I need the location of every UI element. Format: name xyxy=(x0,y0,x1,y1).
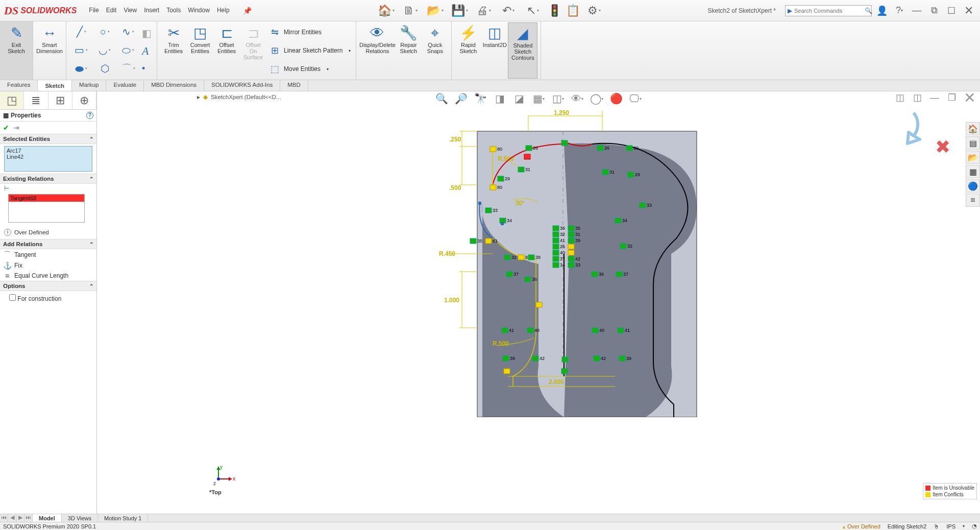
menu-edit[interactable]: Edit xyxy=(106,7,117,15)
config-tab[interactable]: ⊞ xyxy=(48,91,72,109)
feature-tree-tab[interactable]: ◳ xyxy=(0,91,24,109)
offset-entities-button[interactable]: ⊏ Offset Entities xyxy=(213,22,240,79)
menu-tools[interactable]: Tools xyxy=(166,7,181,15)
tab-mbd[interactable]: MBD xyxy=(280,80,308,91)
for-construction-input[interactable] xyxy=(9,294,16,301)
dim-1000[interactable]: 1.000 xyxy=(444,297,459,304)
dim-r450[interactable]: R.450 xyxy=(439,250,455,257)
tab-evaluate[interactable]: Evaluate xyxy=(106,80,144,91)
dim-r500[interactable]: R.500 xyxy=(498,155,514,162)
tab-markup[interactable]: Markup xyxy=(72,80,106,91)
close-button[interactable]: ✕ xyxy=(962,4,976,18)
tp-view-palette-icon[interactable]: ▦ xyxy=(966,165,980,178)
status-over-defined[interactable]: Over Defined xyxy=(842,523,880,529)
display-delete-relations-button[interactable]: 👁 Display/Delete Relations xyxy=(359,22,395,79)
line-tool[interactable]: ╱▾ xyxy=(69,22,93,41)
selected-entity-item[interactable]: Arc17 xyxy=(7,148,90,154)
menu-file[interactable]: File xyxy=(89,7,99,15)
menu-view[interactable]: View xyxy=(124,7,137,15)
text-tool[interactable]: A xyxy=(142,44,152,58)
pushpin-icon[interactable]: ⇥ xyxy=(13,124,19,132)
tp-file-explorer-icon[interactable]: 📂 xyxy=(966,151,980,164)
selected-entity-item[interactable]: Line42 xyxy=(7,154,90,160)
print-icon[interactable]: 🖨▾ xyxy=(474,2,494,20)
exit-sketch-button[interactable]: ✎ Exit Sketch xyxy=(3,22,30,79)
rapid-sketch-button[interactable]: ⚡ Rapid Sketch xyxy=(455,22,481,79)
menu-help[interactable]: Help xyxy=(217,7,230,15)
save-icon[interactable]: 💾▾ xyxy=(449,2,470,20)
restore-viewport-button[interactable]: ⧉ xyxy=(927,4,941,18)
status-dropdown-icon[interactable]: ▾ xyxy=(963,524,965,528)
status-sketch-icon[interactable]: ◔ xyxy=(972,523,977,529)
tab-sketch[interactable]: Sketch xyxy=(38,80,72,91)
polygon-tool[interactable]: ⬡ xyxy=(93,59,116,78)
user-icon[interactable]: 👤 xyxy=(875,4,889,18)
new-icon[interactable]: 🗎▾ xyxy=(400,2,421,20)
dim-1250[interactable]: 1.250 xyxy=(554,109,569,116)
repair-sketch-button[interactable]: 🔧 Repair Sketch xyxy=(395,22,422,79)
rebuild-traffic-icon[interactable]: 🚦 xyxy=(547,2,561,20)
circle-tool[interactable]: ○▾ xyxy=(93,22,116,41)
add-relation-equal-curve[interactable]: ≡Equal Curve Length xyxy=(3,271,96,281)
options-list-icon[interactable]: 📋 xyxy=(566,2,580,20)
dimxpert-tab[interactable]: ⊕ xyxy=(72,91,96,109)
trim-entities-button[interactable]: ✂ Trim Entities xyxy=(160,22,187,79)
search-commands[interactable]: ▶ 🔍 xyxy=(785,5,872,16)
point-tool[interactable]: • xyxy=(142,63,152,74)
tp-custom-props-icon[interactable]: ≡ xyxy=(966,194,980,207)
dim-30deg[interactable]: 30° xyxy=(516,200,525,207)
pin-icon[interactable]: 📌 xyxy=(243,7,252,15)
vp-restore-icon[interactable]: ❐ xyxy=(944,91,960,104)
help-circle-icon[interactable]: ? xyxy=(86,112,93,119)
undo-icon[interactable]: ↶▾ xyxy=(498,2,519,20)
existing-relations-header[interactable]: Existing Relations⌃ xyxy=(0,174,96,184)
move-entities-button[interactable]: ⬚Move Entities▾ xyxy=(268,60,351,78)
fillet-tool[interactable]: ⌒▾ xyxy=(116,59,140,78)
help-icon[interactable]: ?▾ xyxy=(892,4,906,18)
magnifier-icon[interactable]: 🔍 xyxy=(865,7,872,14)
open-icon[interactable]: 📂▾ xyxy=(425,2,445,20)
smart-dimension-button[interactable]: ↔ Smart Dimension xyxy=(36,22,63,79)
quick-snaps-button[interactable]: ⌖ Quick Snaps xyxy=(422,22,448,79)
arc-tool[interactable]: ◡▾ xyxy=(93,41,116,59)
add-relation-fix[interactable]: ⚓Fix xyxy=(3,260,96,271)
slot-tool[interactable]: ⬬▾ xyxy=(69,59,93,78)
select-icon[interactable]: ↖▾ xyxy=(523,2,543,20)
vp-prev-icon[interactable]: ◫ xyxy=(892,91,908,104)
shaded-sketch-contours-button[interactable]: ◢ Shaded Sketch Contours xyxy=(508,22,537,79)
maximize-button[interactable]: ☐ xyxy=(944,4,959,18)
menu-insert[interactable]: Insert xyxy=(144,7,159,15)
graphics-area[interactable]: ▸ ◆ SketchXpert (Default<<D... 🔍 🔎 🔭 ◨ ◪… xyxy=(97,91,980,516)
menu-window[interactable]: Window xyxy=(188,7,210,15)
dim-r500b[interactable]: R.500 xyxy=(493,340,509,347)
home-icon[interactable]: 🏠▾ xyxy=(376,2,396,20)
minimize-button[interactable]: — xyxy=(910,4,924,18)
vp-close-icon[interactable]: ✕ xyxy=(962,91,977,104)
plane-tool[interactable]: ◧ xyxy=(142,27,152,39)
tab-addins[interactable]: SOLIDWORKS Add-Ins xyxy=(204,80,280,91)
breadcrumb[interactable]: ▸ ◆ SketchXpert (Default<<D... xyxy=(197,91,281,103)
linear-pattern-button[interactable]: ⊞Linear Sketch Pattern▾ xyxy=(268,42,351,59)
existing-relations-list[interactable]: Tangent68 xyxy=(8,194,85,223)
rectangle-tool[interactable]: ▭▾ xyxy=(69,41,93,59)
vp-minimize-icon[interactable]: — xyxy=(927,91,942,104)
confirm-corner-ok-icon[interactable] xyxy=(883,108,924,149)
ellipse-tool[interactable]: ⬭▾ xyxy=(116,41,140,59)
vp-next-icon[interactable]: ◫ xyxy=(910,91,925,104)
tp-resources-icon[interactable]: 🏠 xyxy=(966,122,980,135)
add-relation-tangent[interactable]: ⌒Tangent xyxy=(3,249,96,260)
property-tab[interactable]: ≣ xyxy=(24,91,48,109)
for-construction-checkbox[interactable]: For construction xyxy=(0,291,96,305)
status-mouse-icon[interactable]: 🖱 xyxy=(934,523,939,529)
convert-entities-button[interactable]: ◳ Convert Entities xyxy=(187,22,213,79)
breadcrumb-expand-icon[interactable]: ▸ xyxy=(197,93,200,101)
spline-tool[interactable]: ∿▾ xyxy=(116,22,140,41)
mirror-entities-button[interactable]: ⇋Mirror Entities xyxy=(268,23,351,41)
tab-features[interactable]: Features xyxy=(0,80,38,91)
tp-appearances-icon[interactable]: 🔵 xyxy=(966,179,980,192)
search-input[interactable] xyxy=(794,8,865,14)
status-units[interactable]: IPS xyxy=(946,523,955,529)
options-header[interactable]: Options⌃ xyxy=(0,281,96,291)
dim-500[interactable]: .500 xyxy=(449,184,461,191)
sketch-drawing[interactable]: 1.250 .250 .500 1.000 2.000 R.500 R.450 … xyxy=(360,101,717,417)
